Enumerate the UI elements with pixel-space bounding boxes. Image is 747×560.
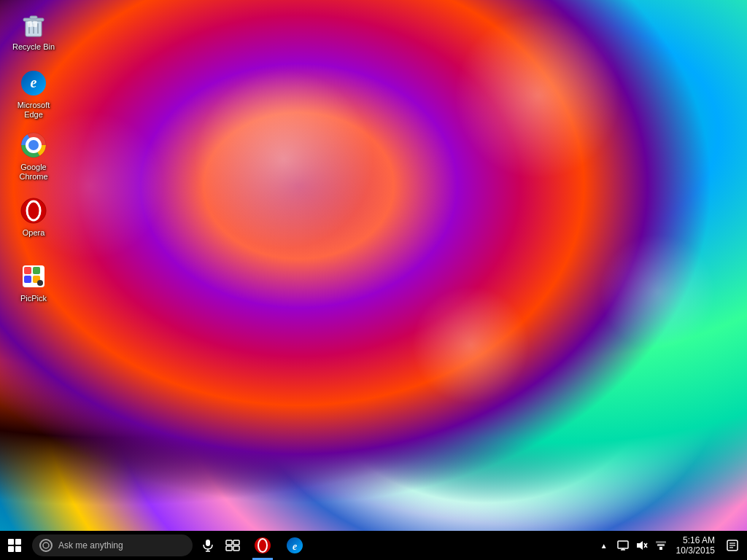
svg-rect-41 <box>659 547 662 550</box>
svg-point-22 <box>37 280 43 286</box>
action-center-button[interactable] <box>721 531 744 560</box>
taskbar-opera-button[interactable] <box>247 531 279 560</box>
clock-date: 10/3/2015 <box>676 545 715 556</box>
picpick-icon <box>19 262 48 291</box>
desktop-icon-picpick[interactable]: PicPick <box>7 259 60 306</box>
system-tray: ▲ 5:16 <box>595 531 747 560</box>
picpick-label: PicPick <box>20 294 47 303</box>
opera-icon <box>19 196 48 225</box>
volume-mute-icon <box>636 540 648 551</box>
microphone-icon <box>203 539 213 552</box>
volume-tray-icon[interactable] <box>632 531 651 560</box>
google-chrome-icon <box>19 131 48 160</box>
google-chrome-label: Google Chrome <box>10 163 57 182</box>
desktop-icon-opera[interactable]: Opera <box>7 193 60 241</box>
svg-rect-24 <box>206 540 210 546</box>
svg-point-23 <box>43 542 49 548</box>
svg-rect-43 <box>656 541 666 543</box>
microsoft-edge-label: Microsoft Edge <box>10 101 57 120</box>
taskbar-edge-icon: e <box>286 537 303 554</box>
network-icon <box>655 540 667 551</box>
svg-point-31 <box>255 537 271 553</box>
svg-rect-30 <box>233 546 239 551</box>
svg-text:e: e <box>293 541 297 552</box>
cortana-search-text: Ask me anything <box>58 540 123 551</box>
display-settings-tray-icon[interactable] <box>614 531 632 560</box>
svg-rect-7 <box>33 21 38 27</box>
svg-rect-18 <box>24 267 31 274</box>
start-button[interactable] <box>0 531 29 560</box>
svg-rect-27 <box>226 540 232 545</box>
svg-rect-29 <box>226 546 232 551</box>
cortana-search-bar[interactable]: Ask me anything <box>32 534 193 556</box>
taskbar-opera-icon <box>254 537 271 554</box>
svg-rect-42 <box>657 544 665 546</box>
network-tray-icon[interactable] <box>651 531 670 560</box>
recycle-bin-icon <box>19 10 48 39</box>
svg-point-12 <box>28 140 39 150</box>
svg-text:e: e <box>31 74 37 90</box>
desktop-icon-recycle-bin[interactable]: Recycle Bin <box>7 7 60 55</box>
task-view-icon <box>225 540 241 551</box>
recycle-bin-label: Recycle Bin <box>12 42 55 52</box>
clock-time: 5:16 AM <box>683 535 715 545</box>
svg-rect-35 <box>618 541 628 548</box>
taskbar-edge-button[interactable]: e <box>279 531 311 560</box>
svg-rect-20 <box>24 276 31 283</box>
task-view-button[interactable] <box>220 531 247 560</box>
desktop-icon-google-chrome[interactable]: Google Chrome <box>7 128 60 184</box>
svg-rect-28 <box>233 540 239 545</box>
windows-logo-icon <box>8 539 21 552</box>
show-hidden-icons-button[interactable]: ▲ <box>595 531 614 560</box>
action-center-icon <box>727 540 738 551</box>
svg-rect-2 <box>30 16 37 19</box>
microsoft-edge-icon: e <box>19 69 48 98</box>
svg-rect-19 <box>33 267 40 274</box>
microphone-button[interactable] <box>197 534 219 556</box>
desktop-icon-microsoft-edge[interactable]: e Microsoft Edge <box>7 66 60 122</box>
clock-display[interactable]: 5:16 AM 10/3/2015 <box>670 531 721 560</box>
cortana-icon <box>39 539 53 552</box>
desktop: Recycle Bin e Microsoft Edge <box>0 0 747 531</box>
opera-label: Opera <box>23 228 45 238</box>
taskbar: Ask me anything <box>0 531 747 560</box>
chevron-up-icon: ▲ <box>600 542 608 550</box>
monitor-icon <box>617 540 629 551</box>
svg-marker-38 <box>637 541 643 550</box>
